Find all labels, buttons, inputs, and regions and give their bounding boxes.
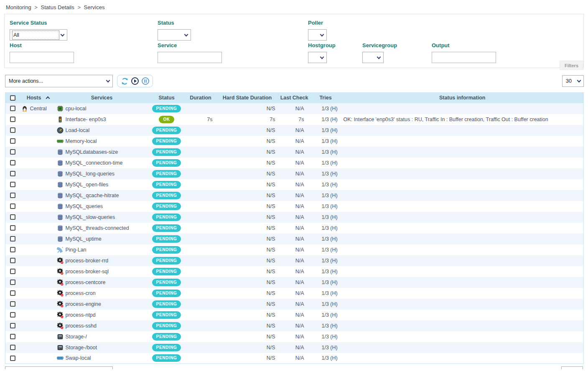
select-all-checkbox[interactable] — [10, 95, 15, 101]
host-cell — [20, 223, 56, 234]
service-input[interactable] — [158, 52, 222, 63]
bottom-page-size-select[interactable] — [561, 366, 583, 369]
row-checkbox[interactable] — [10, 345, 15, 350]
column-header-last-check[interactable]: Last Check — [279, 93, 310, 103]
service-link[interactable]: process-broker-rrd — [66, 258, 109, 264]
status-cell: PENDING — [148, 310, 186, 320]
row-checkbox[interactable] — [10, 301, 15, 307]
service-link[interactable]: Ping-Lan — [66, 247, 87, 253]
service-link[interactable]: process-ntpd — [66, 312, 96, 318]
row-checkbox-cell — [5, 179, 20, 190]
pause-icon[interactable] — [141, 77, 150, 85]
hard-state-duration-cell: N/S — [216, 255, 279, 266]
column-header-hard-state-duration[interactable]: Hard State Duration — [216, 93, 279, 103]
page-size-select[interactable]: 30 — [562, 75, 584, 87]
filters-button[interactable]: Filters — [560, 61, 583, 70]
more-actions-select[interactable]: More actions... — [5, 75, 113, 87]
status-select[interactable] — [158, 29, 191, 41]
row-checkbox[interactable] — [10, 203, 15, 209]
row-checkbox[interactable] — [10, 312, 15, 318]
tries-cell: 1/3 (H) — [310, 212, 341, 223]
hostgroup-select[interactable] — [308, 52, 327, 63]
service-link[interactable]: Interface- enp0s3 — [66, 117, 106, 122]
column-header-tries[interactable]: Tries — [310, 93, 341, 103]
service-link[interactable]: MySQL_qcache-hitrate — [66, 193, 119, 198]
row-checkbox[interactable] — [10, 149, 15, 155]
column-header-status[interactable]: Status — [148, 93, 186, 103]
last-check-cell: N/A — [279, 342, 310, 353]
servicegroup-select[interactable] — [362, 52, 384, 63]
host-input[interactable] — [10, 52, 74, 63]
chevron-down-icon — [320, 32, 324, 36]
status-information-cell — [341, 353, 584, 364]
host-cell — [20, 212, 56, 223]
row-checkbox[interactable] — [10, 290, 15, 296]
service-link[interactable]: process-sshd — [66, 323, 97, 329]
service-link[interactable]: Storage-/boot — [66, 345, 97, 351]
service-link[interactable]: Swap-local — [66, 355, 91, 361]
service-status-select[interactable]: All — [10, 29, 67, 41]
chevron-down-icon — [184, 32, 188, 36]
service-link[interactable]: MySQL_threads-connected — [66, 225, 129, 231]
row-checkbox[interactable] — [10, 323, 15, 328]
service-link[interactable]: MySQL_open-files — [66, 182, 109, 188]
column-header-hosts[interactable]: Hosts — [20, 93, 56, 103]
column-header-services[interactable]: Services — [56, 93, 148, 103]
service-link[interactable]: process-engine — [66, 301, 101, 307]
status-badge: PENDING — [152, 311, 181, 319]
row-checkbox[interactable] — [10, 269, 15, 274]
column-header-duration[interactable]: Duration — [186, 93, 216, 103]
service-link[interactable]: Memory-local — [66, 138, 97, 144]
row-checkbox[interactable] — [10, 356, 15, 361]
service-link[interactable]: MySQL_connection-time — [66, 160, 123, 166]
service-link[interactable]: MySQL_queries — [66, 203, 103, 209]
row-checkbox[interactable] — [10, 106, 15, 111]
table-row: process-broker-rrdPENDINGN/SN/A1/3 (H) — [5, 255, 584, 266]
status-badge: PENDING — [152, 300, 181, 308]
hard-state-duration-cell: N/S — [216, 299, 279, 310]
host-cell — [20, 147, 56, 158]
status-cell: PENDING — [148, 244, 186, 255]
service-link[interactable]: Load-local — [66, 127, 90, 133]
status-information-cell — [341, 158, 584, 168]
row-checkbox[interactable] — [10, 214, 15, 220]
service-link[interactable]: MySQL_long-queries — [66, 171, 115, 177]
row-checkbox[interactable] — [10, 193, 15, 198]
refresh-icon[interactable] — [120, 77, 129, 85]
host-link[interactable]: Central — [30, 106, 47, 112]
row-checkbox[interactable] — [10, 127, 15, 133]
service-link[interactable]: cpu-local — [66, 106, 87, 112]
row-checkbox[interactable] — [10, 334, 15, 339]
breadcrumb-monitoring[interactable]: Monitoring — [6, 4, 31, 10]
service-link[interactable]: MySQLdatabases-size — [66, 149, 118, 155]
row-checkbox[interactable] — [10, 247, 15, 252]
hard-state-duration-cell: N/S — [216, 136, 279, 147]
row-checkbox[interactable] — [10, 280, 15, 285]
row-checkbox[interactable] — [10, 258, 15, 263]
bottom-more-actions-select[interactable] — [5, 366, 113, 369]
output-input[interactable] — [432, 52, 496, 63]
service-link[interactable]: process-cron — [66, 290, 96, 296]
play-icon[interactable] — [131, 77, 139, 85]
service-cell: MySQL_queries — [56, 201, 148, 212]
row-checkbox[interactable] — [10, 182, 15, 187]
row-checkbox[interactable] — [10, 117, 15, 122]
row-checkbox[interactable] — [10, 160, 15, 165]
poller-value — [311, 34, 318, 36]
service-link[interactable]: Storage-/ — [66, 334, 87, 340]
row-checkbox[interactable] — [10, 236, 15, 241]
service-link[interactable]: process-broker-sql — [66, 269, 109, 274]
service-link[interactable]: MySQL_uptime — [66, 236, 102, 242]
traffic-light-icon — [57, 116, 64, 123]
breadcrumb-status-details[interactable]: Status Details — [41, 4, 74, 10]
status-badge: PENDING — [152, 127, 181, 134]
service-link[interactable]: process-centcore — [66, 280, 106, 285]
row-checkbox[interactable] — [10, 171, 15, 176]
poller-select[interactable] — [308, 29, 327, 41]
service-link[interactable]: MySQL_slow-queries — [66, 214, 115, 220]
hard-state-duration-cell: N/S — [216, 179, 279, 190]
servicegroup-value — [365, 56, 375, 59]
row-checkbox[interactable] — [10, 225, 15, 231]
row-checkbox[interactable] — [10, 138, 15, 144]
column-header-status-information[interactable]: Status information — [341, 93, 584, 103]
